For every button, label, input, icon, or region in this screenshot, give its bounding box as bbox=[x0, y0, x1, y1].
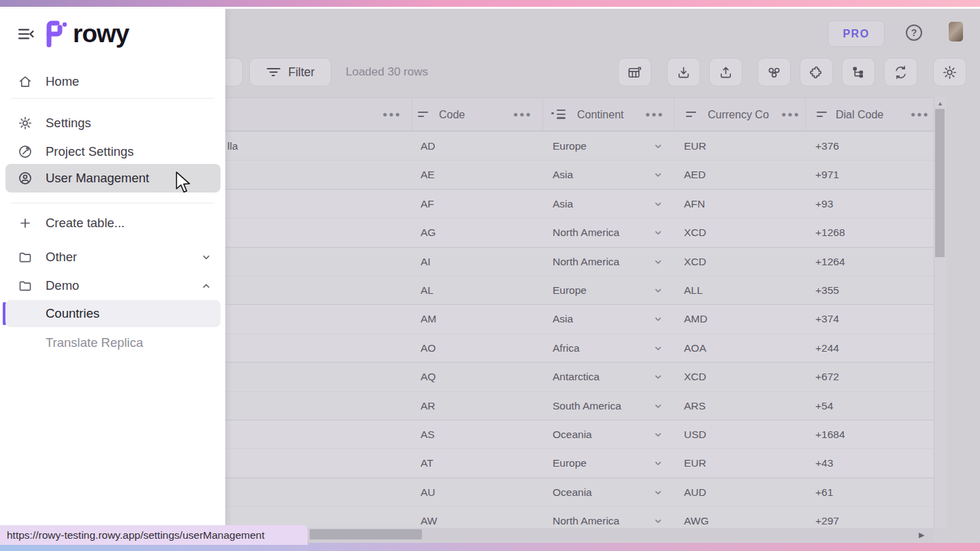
folder-icon bbox=[18, 278, 33, 293]
sidebar-item-project-settings[interactable]: Project Settings bbox=[5, 139, 220, 165]
top-divider bbox=[0, 7, 980, 9]
chevron-down-icon[interactable] bbox=[199, 250, 213, 264]
plus-icon bbox=[18, 216, 33, 231]
sidebar-item-settings[interactable]: Settings bbox=[5, 110, 220, 136]
person-circle-icon bbox=[18, 171, 33, 186]
mouse-cursor bbox=[175, 171, 193, 195]
sidebar-item-translate-replica[interactable]: Translate Replica bbox=[5, 330, 220, 356]
status-url-tooltip: https://rowy-testing.rowy.app/settings/u… bbox=[0, 525, 308, 545]
sidebar-item-other[interactable]: Other bbox=[5, 244, 220, 270]
collapse-menu-button[interactable] bbox=[16, 24, 35, 44]
rowy-logo-icon[interactable] bbox=[44, 19, 71, 49]
status-url-text: https://rowy-testing.rowy.app/settings/u… bbox=[7, 529, 265, 541]
sidebar-item-create-table[interactable]: Create table... bbox=[5, 210, 220, 236]
top-gradient-bar bbox=[0, 0, 980, 7]
folder-icon bbox=[18, 250, 33, 265]
sidebar-item-demo[interactable]: Demo bbox=[5, 273, 220, 299]
logo-wordmark[interactable]: rowy bbox=[73, 20, 129, 48]
navigation-drawer: rowy Home Settings Project Settings User… bbox=[0, 9, 225, 526]
home-icon bbox=[18, 74, 33, 89]
divider bbox=[11, 203, 214, 203]
sidebar-item-countries[interactable]: Countries bbox=[5, 300, 220, 327]
sidebar-item-home[interactable]: Home bbox=[5, 69, 220, 95]
chevron-up-icon[interactable] bbox=[199, 279, 213, 293]
wrench-circle-icon bbox=[18, 144, 33, 159]
divider bbox=[11, 98, 214, 99]
menu-open-icon bbox=[16, 24, 35, 44]
gear-icon bbox=[18, 116, 33, 131]
